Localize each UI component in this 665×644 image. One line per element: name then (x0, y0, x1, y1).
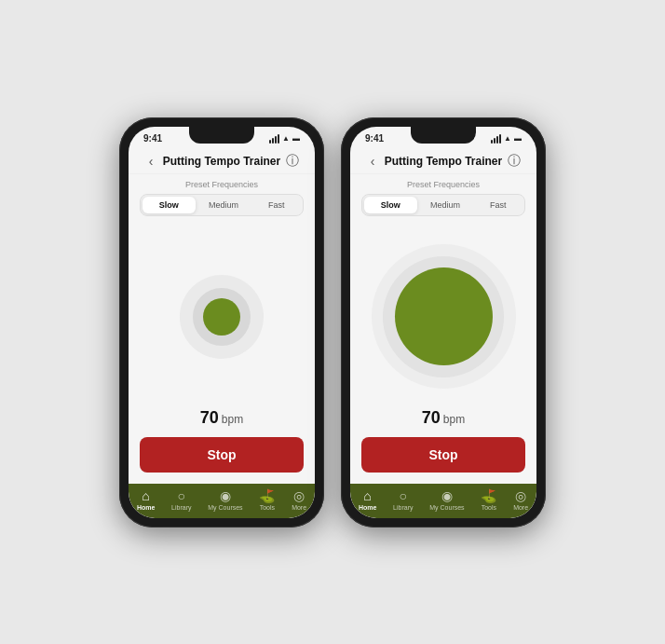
tab-tools-2[interactable]: ⛳ Tools (481, 489, 496, 511)
preset-buttons-2: Slow Medium Fast (361, 194, 525, 216)
mycourses-label: My Courses (208, 504, 242, 511)
tab-more[interactable]: ◎ More (292, 489, 306, 511)
mycourses-label-2: My Courses (429, 504, 464, 511)
preset-fast-button[interactable]: Fast (250, 195, 303, 215)
tab-tools[interactable]: ⛳ Tools (259, 489, 275, 511)
home-icon-2: ⌂ (363, 489, 371, 502)
status-time: 9:41 (143, 133, 162, 144)
tab-mycourses-2[interactable]: ◉ My Courses (429, 489, 464, 511)
bpm-unit: bpm (222, 413, 243, 426)
phone-large: 9:41 ▲ ▬ ‹ Putting T (341, 117, 546, 528)
tab-bar: ⌂ Home ○ Library ◉ My Courses ⛳ Tools (129, 484, 315, 518)
library-icon-2: ○ (400, 489, 407, 502)
tab-home[interactable]: ⌂ Home (137, 489, 155, 511)
signal-icon-2 (491, 134, 501, 144)
ring-outer-large (372, 244, 516, 389)
notch (189, 127, 254, 144)
ring-inner (193, 288, 251, 346)
preset-medium-button[interactable]: Medium (197, 195, 251, 215)
library-icon: ○ (178, 489, 185, 502)
screen-small: 9:41 ▲ ▬ ‹ Putting T (129, 127, 315, 518)
more-label-2: More (513, 504, 528, 511)
back-button-2[interactable]: ‹ (363, 154, 382, 169)
bpm-display-2: 70bpm (422, 408, 465, 428)
bpm-value-2: 70 (422, 408, 441, 427)
status-time-2: 9:41 (365, 133, 384, 144)
bpm-display: 70bpm (200, 408, 243, 428)
tab-library[interactable]: ○ Library (171, 489, 191, 511)
signal-icon (269, 134, 279, 144)
tab-home-2[interactable]: ⌂ Home (359, 489, 376, 511)
status-icons: ▲ ▬ (269, 134, 300, 144)
bpm-value: 70 (200, 408, 219, 427)
green-dot[interactable] (203, 298, 240, 336)
ring-inner-large (383, 256, 504, 377)
mycourses-icon: ◉ (220, 489, 231, 502)
tab-bar-2: ⌂ Home ○ Library ◉ My Courses ⛳ Tools (350, 484, 536, 518)
circle-container (140, 226, 304, 408)
stop-button[interactable]: Stop (140, 437, 304, 473)
page-title-2: Putting Tempo Trainer (385, 155, 502, 168)
scene: 9:41 ▲ ▬ ‹ Putting T (101, 99, 564, 546)
screen-large: 9:41 ▲ ▬ ‹ Putting T (350, 127, 536, 518)
info-button[interactable]: ⓘ (283, 153, 302, 170)
notch-2 (411, 127, 476, 144)
tab-library-2[interactable]: ○ Library (393, 489, 413, 511)
back-button[interactable]: ‹ (142, 154, 160, 169)
tools-icon-2: ⛳ (481, 489, 496, 502)
tools-icon: ⛳ (259, 489, 275, 502)
more-icon-2: ◎ (515, 489, 526, 502)
ring-outer (180, 275, 264, 359)
status-icons-2: ▲ ▬ (491, 134, 522, 144)
home-icon: ⌂ (142, 489, 149, 502)
content-area-large: Preset Frequencies Slow Medium Fast (350, 174, 536, 484)
phone-large-wrapper: 9:41 ▲ ▬ ‹ Putting T (341, 117, 546, 528)
bpm-unit-2: bpm (443, 413, 465, 426)
info-button-2[interactable]: ⓘ (505, 153, 523, 170)
library-label-2: Library (393, 504, 413, 511)
library-label: Library (171, 504, 191, 511)
battery-icon-2: ▬ (514, 134, 522, 143)
tab-mycourses[interactable]: ◉ My Courses (208, 489, 242, 511)
preset-slow-button-2[interactable]: Slow (364, 197, 417, 213)
tab-more-2[interactable]: ◎ More (513, 489, 528, 511)
green-dot-large[interactable] (395, 267, 493, 365)
more-label: More (292, 504, 306, 511)
nav-bar: ‹ Putting Tempo Trainer ⓘ (129, 147, 315, 174)
mycourses-icon-2: ◉ (441, 489, 453, 502)
tools-label: Tools (260, 504, 275, 511)
wifi-icon: ▲ (282, 134, 290, 143)
battery-icon: ▬ (292, 134, 300, 143)
home-label: Home (137, 504, 155, 511)
preset-medium-button-2[interactable]: Medium (419, 195, 472, 215)
home-label-2: Home (359, 504, 376, 511)
phone-small-wrapper: 9:41 ▲ ▬ ‹ Putting T (119, 117, 324, 528)
preset-frequencies-label-2: Preset Frequencies (407, 180, 480, 189)
more-icon: ◎ (293, 489, 305, 502)
preset-buttons: Slow Medium Fast (140, 194, 304, 216)
nav-bar-2: ‹ Putting Tempo Trainer ⓘ (350, 147, 536, 174)
preset-fast-button-2[interactable]: Fast (471, 195, 524, 215)
tools-label-2: Tools (482, 504, 496, 511)
preset-frequencies-label: Preset Frequencies (185, 180, 258, 189)
wifi-icon-2: ▲ (504, 134, 511, 143)
stop-button-2[interactable]: Stop (361, 437, 525, 473)
circle-container-large (361, 226, 525, 408)
content-area-small: Preset Frequencies Slow Medium Fast (129, 174, 315, 484)
page-title: Putting Tempo Trainer (163, 155, 280, 168)
phone-small: 9:41 ▲ ▬ ‹ Putting T (119, 117, 324, 528)
preset-slow-button[interactable]: Slow (142, 197, 196, 213)
